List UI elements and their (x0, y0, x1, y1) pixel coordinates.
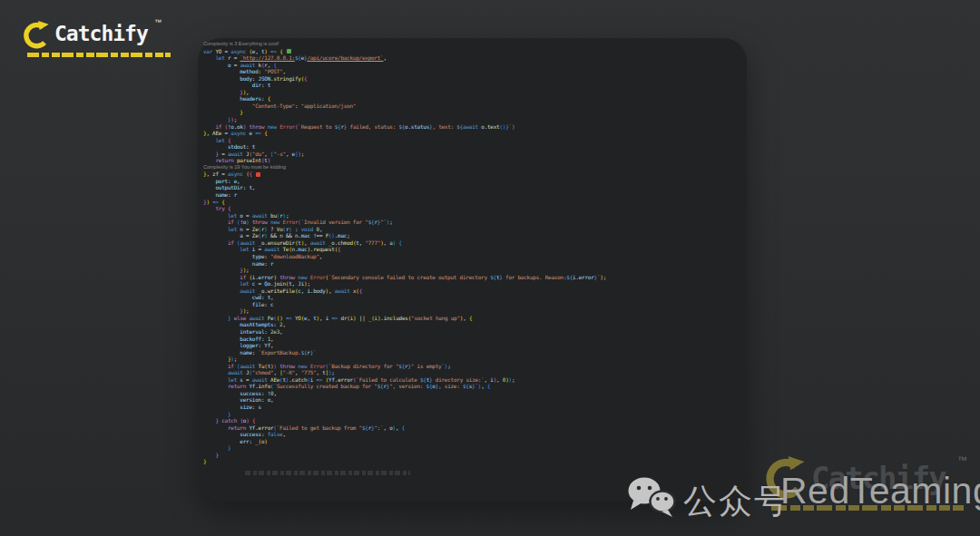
code-token (203, 143, 228, 150)
code-token: logger (240, 342, 258, 348)
code-token: : (264, 253, 270, 259)
code-token: new (298, 274, 309, 280)
code-token: mac (301, 232, 310, 239)
code-line: interval: 2e3, (203, 328, 741, 336)
code-token: , (319, 315, 326, 321)
code-token: { (402, 424, 405, 431)
code-token: = (243, 376, 252, 383)
code-token: , (383, 54, 386, 61)
code-token: if (240, 274, 249, 280)
code-token: catch (292, 376, 308, 383)
code-token: ; (301, 151, 304, 157)
code-token: let (240, 246, 251, 252)
code-token: ${ (566, 274, 573, 280)
code-token: !== (310, 232, 326, 239)
code-token (203, 184, 215, 190)
code-token: Error (310, 363, 326, 369)
code-line: } (203, 444, 741, 452)
code-token: , (319, 253, 322, 259)
code-token (203, 342, 240, 348)
code-token: chmod (338, 239, 353, 246)
code-token: Error (279, 123, 295, 130)
code-token: ; (447, 363, 450, 369)
code-token (203, 267, 240, 273)
code-token: { (228, 205, 230, 211)
code-line: let i = await Te(n.mac).request({ (203, 246, 741, 253)
code-token: { (359, 287, 362, 294)
code-line: outputDir: t, (203, 184, 741, 191)
code-token: AEe (212, 130, 221, 136)
code-token: , (270, 396, 273, 403)
catchify-c-swoosh-icon (20, 20, 51, 53)
code-line: }); (203, 116, 741, 123)
code-token (203, 116, 228, 122)
code-token: else (234, 315, 250, 321)
code-token: , (282, 431, 285, 437)
code-token: ; (286, 212, 289, 219)
code-token (203, 417, 215, 424)
code-token: : (252, 404, 259, 410)
code-token: ; (246, 267, 249, 273)
code-token (203, 232, 240, 239)
code-line: backoff: 1, (203, 336, 741, 343)
code-line: let { (203, 137, 741, 144)
code-token: , (237, 178, 240, 184)
code-line: }, zf = async ({ (203, 171, 741, 178)
code-token: `Failed to get backup from " (277, 424, 362, 431)
code-token (203, 411, 228, 417)
code-token: : (264, 328, 270, 335)
wechat-icon (627, 477, 678, 519)
code-line: let s = await AEe(t).catch(i => (Yf.erro… (203, 376, 741, 384)
code-line: type: "downloadBackup", (203, 253, 741, 260)
code-token: writeFile (268, 287, 295, 294)
code-token: () (328, 232, 335, 239)
code-token: , (304, 239, 310, 246)
code-token: () (277, 315, 283, 321)
code-line: } (203, 109, 741, 116)
code-token (203, 253, 252, 259)
code-token (203, 321, 240, 327)
code-line: body: JSON.stringify({ (203, 75, 741, 83)
code-token: failed, status: (347, 123, 398, 130)
code-token: ensureDir (268, 239, 295, 246)
code-token: await (252, 212, 270, 219)
code-line: if (await _o.ensureDir(t), await _o.chmo… (203, 239, 741, 247)
code-token: ) (268, 157, 270, 163)
code-token: name (252, 260, 264, 267)
code-line: port: e, (203, 178, 741, 185)
code-token: = (255, 280, 264, 287)
code-token: ${ (463, 383, 469, 389)
code-token: text (487, 123, 499, 130)
code-line: }); (203, 307, 741, 315)
code-token: => (270, 48, 277, 54)
code-token: 2e3 (270, 328, 279, 335)
code-token: => (212, 199, 219, 205)
code-token: success (240, 431, 261, 437)
code-token: ; (347, 232, 349, 239)
code-token: : (261, 294, 268, 300)
code-token (203, 438, 240, 444)
code-token (203, 369, 228, 375)
code-token (203, 75, 240, 82)
code-token: : (228, 178, 234, 184)
code-token (203, 68, 240, 74)
code-token: ; (603, 274, 606, 280)
code-token: ok (237, 123, 243, 130)
code-token: , (481, 383, 487, 389)
code-token: AEe (270, 376, 279, 383)
code-token: } (228, 411, 230, 417)
code-token: : (261, 82, 268, 88)
code-token: ${ (362, 424, 368, 431)
code-editor-panel[interactable]: Complexity is 3 Everything is cool!var Y… (198, 38, 747, 502)
code-token: } (215, 452, 218, 458)
code-token (203, 157, 215, 163)
code-token (203, 349, 240, 356)
code-token: throw (250, 123, 268, 130)
code-token: Vo (277, 226, 283, 232)
code-token: mac (338, 232, 347, 239)
code-token: , (252, 184, 255, 190)
code-token: { (304, 75, 307, 82)
code-token: err (240, 438, 249, 444)
code-token: async (228, 171, 246, 177)
code-token: , (279, 328, 282, 335)
